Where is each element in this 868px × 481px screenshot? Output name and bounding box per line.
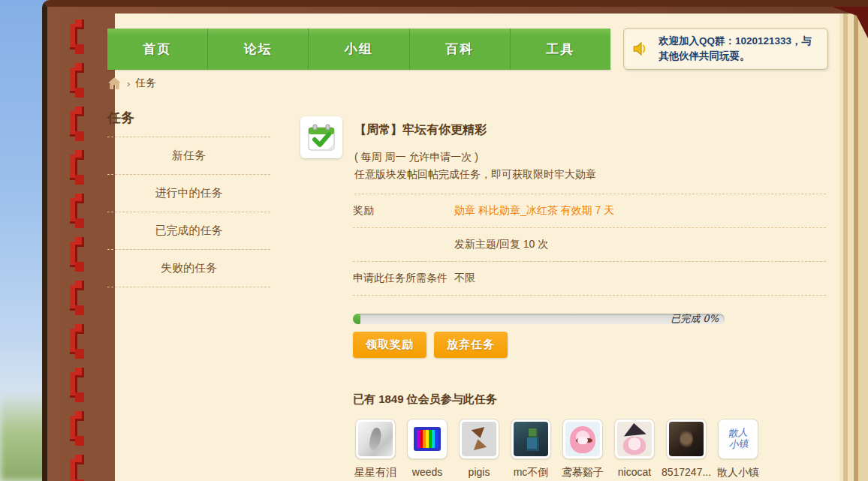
nav-tab[interactable]: 工具 xyxy=(511,29,610,70)
member-name[interactable]: 鸢慕谿子 xyxy=(562,466,604,479)
qq-announcement-text: 欢迎加入QQ群：1020121333，与其他伙伴共同玩耍。 xyxy=(659,34,820,63)
binder-ring xyxy=(69,324,86,359)
avatar-card[interactable] xyxy=(355,419,396,459)
avatar-image[interactable] xyxy=(617,422,652,456)
binder-ring xyxy=(69,368,86,402)
nav-tab[interactable]: 首页 xyxy=(107,29,208,70)
binder-ring xyxy=(69,20,86,54)
sidebar-title: 任务 xyxy=(107,109,270,137)
task-header: 【周常】牢坛有你更精彩 ( 每周 周一 允许申请一次 ) 任意版块发帖回帖完成任… xyxy=(300,116,826,183)
nav-tab[interactable]: 百科 xyxy=(410,29,511,70)
sidebar-item[interactable]: 进行中的任务 xyxy=(107,175,270,212)
avatar-inner-text: 散人小镇 xyxy=(725,427,751,451)
task-calendar-icon xyxy=(300,116,342,158)
breadcrumb: › 任务 xyxy=(107,77,156,90)
binder-rings xyxy=(69,20,87,481)
detail-label xyxy=(353,238,454,251)
avatar-card[interactable] xyxy=(666,419,707,459)
avatar-image[interactable] xyxy=(358,422,393,456)
main-nav: 首页 论坛 小组 百科 工具 xyxy=(107,29,610,70)
member-name[interactable]: 星星有泪 xyxy=(354,466,396,479)
avatar-card[interactable] xyxy=(511,419,551,459)
task-sidebar: 任务 新任务 进行中的任务 已完成的任务 失败的任务 xyxy=(107,109,270,287)
binder-ring xyxy=(69,411,86,446)
member-name[interactable]: mc不倒 xyxy=(514,466,549,479)
avatar-image[interactable] xyxy=(462,422,496,456)
participants-summary: 已有 1849 位会员参与此任务 xyxy=(353,392,826,407)
member-item[interactable]: pigis xyxy=(457,419,502,479)
avatar-image[interactable] xyxy=(514,422,548,456)
breadcrumb-current: 任务 xyxy=(135,77,156,90)
member-name[interactable]: nicocat xyxy=(618,466,651,478)
avatar-image[interactable] xyxy=(410,422,445,456)
avatar-card[interactable] xyxy=(614,419,655,459)
member-name[interactable]: 8517247... xyxy=(662,466,711,478)
speaker-icon xyxy=(631,39,651,59)
detail-value: 勋章 科比勋章_冰红茶 有效期 7 天 xyxy=(454,204,614,218)
avatar-image[interactable]: 散人小镇 xyxy=(721,422,755,456)
task-details-table: 奖励 勋章 科比勋章_冰红茶 有效期 7 天 发新主题/回复 10 次 申请此任… xyxy=(353,194,826,296)
home-icon[interactable] xyxy=(107,77,122,90)
binder-ring xyxy=(69,237,86,272)
binder-ring xyxy=(69,107,86,141)
sidebar-item[interactable]: 新任务 xyxy=(107,137,270,175)
claim-reward-button[interactable]: 领取奖励 xyxy=(353,332,426,358)
avatar-image[interactable] xyxy=(565,422,600,456)
qq-announcement: 欢迎加入QQ群：1020121333，与其他伙伴共同玩耍。 xyxy=(623,28,828,70)
member-item[interactable]: 星星有泪 xyxy=(353,419,398,479)
detail-value: 发新主题/回复 10 次 xyxy=(454,238,548,251)
detail-value: 不限 xyxy=(454,272,475,285)
participants-section: 已有 1849 位会员参与此任务 星星有泪 xyxy=(353,392,826,479)
detail-row: 奖励 勋章 科比勋章_冰红茶 有效期 7 天 xyxy=(353,194,826,228)
nav-tab[interactable]: 小组 xyxy=(309,29,409,70)
progress-bar: 已完成 0% xyxy=(353,314,725,324)
member-item[interactable]: weeds xyxy=(405,419,450,479)
task-text: 【周常】牢坛有你更精彩 ( 每周 周一 允许申请一次 ) 任意版块发帖回帖完成任… xyxy=(354,116,596,183)
member-name[interactable]: weeds xyxy=(412,466,442,478)
sidebar-items: 新任务 进行中的任务 已完成的任务 失败的任务 xyxy=(107,137,270,287)
binder-ring xyxy=(69,455,86,481)
progress-fill xyxy=(353,314,360,324)
abandon-task-button[interactable]: 放弃任务 xyxy=(434,332,508,358)
member-name[interactable]: 散人小镇 xyxy=(717,466,759,479)
binder-ring xyxy=(69,63,86,98)
sidebar-item[interactable]: 失败的任务 xyxy=(107,250,270,287)
member-item[interactable]: nicocat xyxy=(612,419,657,479)
member-name[interactable]: pigis xyxy=(469,466,490,478)
task-description: 任意版块发帖回帖完成任务，即可获取限时牢大勋章 xyxy=(354,166,596,183)
binder-ring xyxy=(69,150,86,185)
avatar-card[interactable] xyxy=(562,419,603,459)
task-detail-panel: 【周常】牢坛有你更精彩 ( 每周 周一 允许申请一次 ) 任意版块发帖回帖完成任… xyxy=(300,116,826,479)
member-list: 星星有泪 weeds xyxy=(353,419,826,479)
sidebar-item[interactable]: 已完成的任务 xyxy=(107,212,270,250)
avatar-card[interactable]: 散人小镇 xyxy=(718,419,758,459)
detail-label: 奖励 xyxy=(353,204,454,218)
avatar-image[interactable] xyxy=(669,422,704,456)
avatar-card[interactable] xyxy=(407,419,448,459)
member-item[interactable]: mc不倒 xyxy=(508,419,553,479)
member-item[interactable]: 8517247... xyxy=(664,419,709,479)
book-page-edges xyxy=(839,14,868,481)
member-item[interactable]: 散人小镇 散人小镇 xyxy=(716,419,761,479)
nav-tab[interactable]: 论坛 xyxy=(208,29,309,70)
detail-label: 申请此任务所需条件 xyxy=(353,272,454,285)
avatar-card[interactable] xyxy=(459,419,499,459)
binder-ring xyxy=(69,281,86,315)
task-actions: 领取奖励 放弃任务 xyxy=(353,332,826,358)
task-title: 【周常】牢坛有你更精彩 xyxy=(354,122,596,138)
task-schedule-note: ( 每周 周一 允许申请一次 ) xyxy=(354,149,596,166)
detail-row: 发新主题/回复 10 次 xyxy=(353,228,826,262)
detail-row: 申请此任务所需条件 不限 xyxy=(353,262,826,296)
chevron-separator: › xyxy=(127,78,130,89)
progress-label: 已完成 0% xyxy=(671,314,719,324)
binder-ring xyxy=(69,194,86,228)
member-item[interactable]: 鸢慕谿子 xyxy=(560,419,605,479)
